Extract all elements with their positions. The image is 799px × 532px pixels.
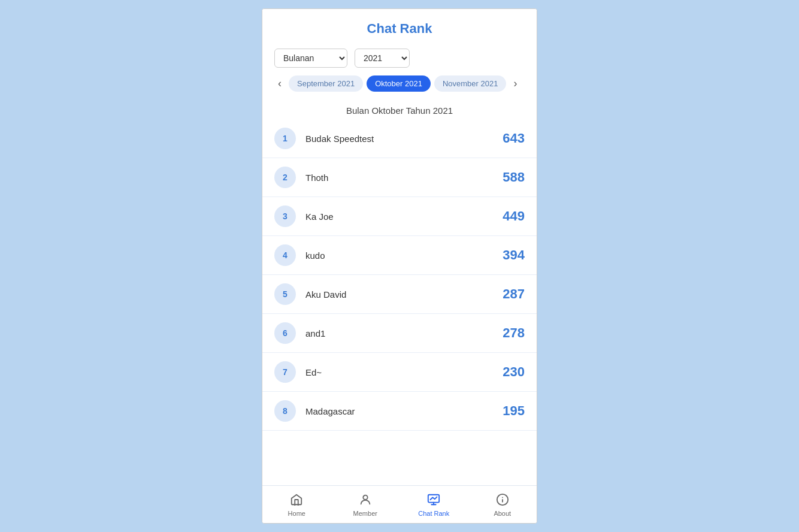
next-arrow[interactable]: › [510,75,520,92]
rank-badge: 4 [274,244,296,266]
rank-name: Ka Joe [305,211,503,222]
rank-score: 230 [503,364,525,380]
rank-score: 449 [503,208,525,224]
app-container: Chat Rank Bulanan Mingguan 2020 2021 202… [262,8,537,524]
table-row: 5 Aku David 287 [262,275,537,314]
rank-name: Ed~ [305,367,503,377]
rank-name: Budak Speedtest [305,134,503,144]
rank-name: Thoth [305,173,503,183]
rank-score: 287 [503,286,525,302]
rank-badge: 3 [274,205,296,227]
nav-label-chat-rank: Chat Rank [418,510,449,517]
chat-rank-icon [427,493,440,509]
rank-score: 278 [503,325,525,341]
table-row: 4 kudo 394 [262,236,537,275]
month-pill-sep[interactable]: September 2021 [289,75,363,92]
app-header: Chat Rank [262,9,537,44]
rank-name: kudo [305,250,503,261]
rank-badge: 1 [274,128,296,149]
prev-arrow[interactable]: ‹ [274,75,285,92]
filter-section: Bulanan Mingguan 2020 2021 2022 ‹ Septem… [262,44,537,99]
year-select[interactable]: 2020 2021 2022 [355,49,410,68]
period-select[interactable]: Bulanan Mingguan [274,49,347,68]
page-title: Chat Rank [262,21,537,37]
nav-item-member[interactable]: Member [331,491,400,519]
rank-badge: 2 [274,167,296,188]
rank-score: 195 [503,403,525,419]
rank-name: Aku David [305,289,503,300]
table-row: 7 Ed~ 230 [262,353,537,392]
month-pill-nov[interactable]: November 2021 [434,75,507,92]
rank-badge: 8 [274,400,296,422]
nav-label-home: Home [288,510,305,517]
nav-item-about[interactable]: About [468,491,537,519]
nav-label-member: Member [353,510,377,517]
table-row: 6 and1 278 [262,314,537,353]
nav-item-home[interactable]: Home [262,491,331,519]
rank-name: Madagascar [305,406,503,416]
month-nav: ‹ September 2021 Oktober 2021 November 2… [274,75,525,92]
member-icon [359,493,372,509]
table-row: 3 Ka Joe 449 [262,197,537,236]
table-row: 2 Thoth 588 [262,158,537,197]
home-icon [290,493,303,509]
rank-badge: 7 [274,361,296,383]
nav-item-chat-rank[interactable]: Chat Rank [400,491,468,519]
section-title: Bulan Oktober Tahun 2021 [262,99,537,119]
rank-badge: 6 [274,322,296,344]
table-row: 1 Budak Speedtest 643 [262,119,537,158]
rank-list: 1 Budak Speedtest 643 2 Thoth 588 3 Ka J… [262,119,537,485]
month-pill-oct[interactable]: Oktober 2021 [367,75,431,92]
nav-label-about: About [494,510,511,517]
rank-badge: 5 [274,283,296,305]
filter-row: Bulanan Mingguan 2020 2021 2022 [274,49,525,68]
rank-name: and1 [305,328,503,338]
rank-score: 394 [503,247,525,263]
rank-score: 643 [503,131,525,146]
rank-score: 588 [503,170,525,185]
svg-point-0 [363,495,367,500]
table-row: 8 Madagascar 195 [262,392,537,431]
about-icon [496,493,509,509]
bottom-nav: Home Member Chat Rank About [262,485,537,523]
